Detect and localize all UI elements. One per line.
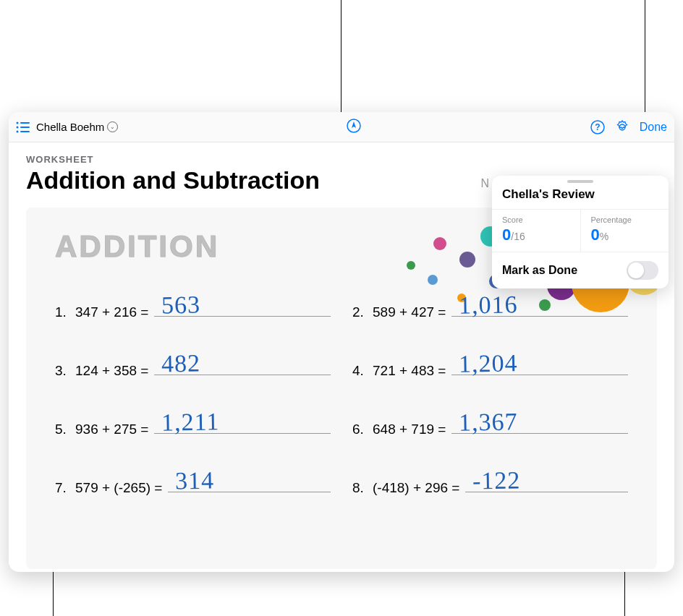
handwritten-answer: -122 bbox=[472, 466, 521, 495]
problem-row: 8. (-418) + 296 = -122 bbox=[352, 472, 628, 496]
answer-field[interactable]: 1,367 bbox=[451, 414, 628, 434]
problem-expression: 124 + 358 = bbox=[75, 363, 148, 379]
score-denominator: /16 bbox=[511, 231, 525, 242]
answer-field[interactable]: 1,211 bbox=[154, 414, 331, 434]
svg-point-0 bbox=[17, 121, 19, 124]
toolbar-left: Chella Boehm ⌄ bbox=[16, 121, 118, 133]
answer-field[interactable]: 563 bbox=[154, 296, 331, 317]
problem-expression: 936 + 275 = bbox=[75, 422, 148, 437]
student-picker[interactable]: Chella Boehm ⌄ bbox=[36, 121, 118, 133]
problem-row: 1. 347 + 216 = 563 bbox=[55, 296, 331, 320]
list-icon bbox=[16, 121, 30, 133]
svg-point-12 bbox=[459, 252, 475, 268]
percentage-cell[interactable]: Percentage 0% bbox=[581, 210, 669, 252]
problem-expression: 347 + 216 = bbox=[75, 304, 148, 320]
help-icon: ? bbox=[590, 120, 605, 134]
handwritten-answer: 314 bbox=[175, 467, 215, 495]
answer-field[interactable]: 314 bbox=[168, 472, 331, 492]
svg-point-2 bbox=[17, 126, 19, 128]
problem-row: 5. 936 + 275 = 1,211 bbox=[55, 414, 331, 437]
toolbar: Chella Boehm ⌄ ? bbox=[9, 112, 674, 142]
pct-unit: % bbox=[600, 231, 608, 242]
percentage-value: 0% bbox=[591, 226, 659, 244]
answer-field[interactable]: 1,204 bbox=[451, 355, 628, 375]
problem-number: 7. bbox=[55, 480, 75, 496]
markup-button[interactable] bbox=[347, 119, 361, 136]
svg-point-11 bbox=[428, 275, 438, 285]
handwritten-answer: 563 bbox=[161, 291, 201, 320]
partial-note-indicator: N bbox=[480, 177, 489, 190]
problem-number: 1. bbox=[55, 304, 75, 320]
problem-number: 2. bbox=[352, 304, 373, 320]
review-panel-title: Chella's Review bbox=[492, 183, 669, 209]
problem-number: 6. bbox=[352, 422, 373, 437]
svg-rect-3 bbox=[20, 127, 30, 128]
problem-row: 2. 589 + 427 = 1,016 bbox=[352, 296, 628, 320]
svg-rect-1 bbox=[20, 122, 30, 124]
callout-line-top bbox=[341, 0, 342, 112]
pct-number: 0 bbox=[591, 226, 600, 244]
problem-number: 3. bbox=[55, 363, 75, 379]
problem-expression: 721 + 483 = bbox=[373, 363, 446, 379]
mark-done-toggle[interactable] bbox=[627, 261, 658, 280]
handwritten-answer: 1,211 bbox=[161, 408, 220, 436]
problem-row: 4. 721 + 483 = 1,204 bbox=[352, 355, 628, 379]
handwritten-answer: 1,016 bbox=[459, 291, 518, 319]
problem-expression: 648 + 719 = bbox=[373, 422, 446, 437]
score-numerator: 0 bbox=[502, 226, 511, 244]
problem-expression: 589 + 427 = bbox=[373, 304, 446, 320]
help-button[interactable]: ? bbox=[590, 120, 605, 134]
problem-number: 4. bbox=[352, 363, 373, 379]
gear-icon bbox=[615, 120, 629, 134]
mark-done-row: Mark as Done bbox=[492, 252, 669, 288]
toggle-knob bbox=[628, 262, 644, 278]
svg-point-4 bbox=[17, 130, 19, 132]
svg-point-9 bbox=[407, 261, 415, 270]
problem-row: 7. 579 + (-265) = 314 bbox=[55, 472, 331, 496]
problems-grid: 1. 347 + 216 = 563 2. 589 + 427 = 1,016 … bbox=[55, 296, 628, 496]
problem-number: 5. bbox=[55, 422, 75, 437]
content-area: N WORKSHEET Addition and Subtraction ADD… bbox=[9, 142, 674, 572]
problem-number: 8. bbox=[352, 480, 373, 496]
handwritten-answer: 482 bbox=[161, 350, 201, 378]
handwritten-answer: 1,367 bbox=[459, 408, 518, 436]
done-button[interactable]: Done bbox=[640, 121, 667, 134]
markup-pen-icon bbox=[347, 119, 361, 133]
handwritten-answer: 1,204 bbox=[459, 349, 518, 377]
svg-text:?: ? bbox=[595, 122, 600, 132]
score-value: 0/16 bbox=[502, 226, 570, 244]
answer-field[interactable]: 1,016 bbox=[451, 296, 628, 317]
settings-button[interactable] bbox=[615, 120, 629, 134]
score-row: Score 0/16 Percentage 0% bbox=[492, 209, 669, 252]
problem-row: 3. 124 + 358 = 482 bbox=[55, 355, 331, 379]
eyebrow-label: WORKSHEET bbox=[26, 154, 657, 165]
toolbar-center bbox=[118, 119, 590, 136]
svg-point-10 bbox=[433, 237, 446, 250]
problem-expression: 579 + (-265) = bbox=[75, 480, 162, 496]
toolbar-right: ? Done bbox=[590, 120, 667, 134]
score-cell[interactable]: Score 0/16 bbox=[492, 210, 581, 252]
problem-expression: (-418) + 296 = bbox=[373, 480, 459, 496]
app-window: Chella Boehm ⌄ ? bbox=[9, 112, 674, 572]
svg-rect-5 bbox=[20, 131, 30, 132]
answer-field[interactable]: 482 bbox=[154, 355, 331, 375]
review-panel[interactable]: Chella's Review Score 0/16 Percentage 0%… bbox=[492, 176, 669, 288]
percentage-label: Percentage bbox=[591, 215, 659, 224]
sidebar-toggle-button[interactable] bbox=[16, 121, 30, 133]
score-label: Score bbox=[502, 215, 570, 224]
answer-field[interactable]: -122 bbox=[465, 472, 628, 492]
mark-done-label: Mark as Done bbox=[502, 264, 577, 277]
problem-row: 6. 648 + 719 = 1,367 bbox=[352, 414, 628, 437]
chevron-down-icon: ⌄ bbox=[107, 121, 118, 132]
student-name-label: Chella Boehm bbox=[36, 121, 104, 133]
